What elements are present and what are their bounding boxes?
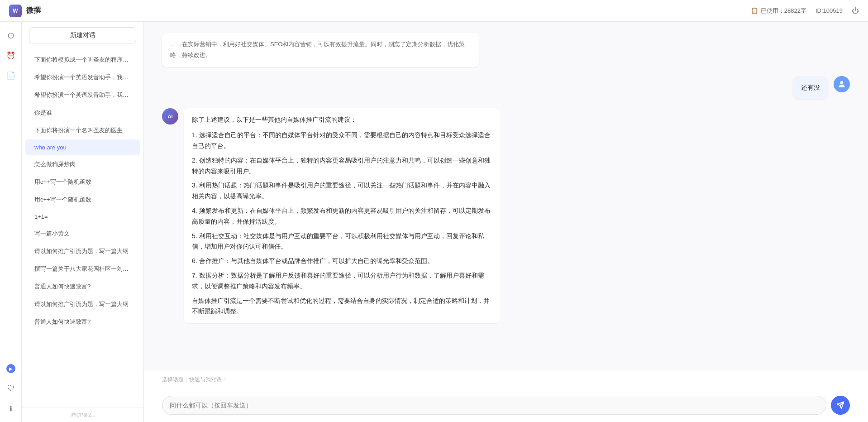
- nav-doc[interactable]: 📄: [3, 67, 19, 83]
- app-header: W 微撰 📋 已使用：28822字 ID:100519 ⏻: [0, 0, 868, 22]
- usage-text: 已使用：28822字: [761, 7, 806, 15]
- user-message-bubble: 还有没: [793, 76, 828, 100]
- sidebar-item[interactable]: 1+1=: [25, 209, 140, 225]
- chat-messages: ……在实际营销中，利用好社交媒体、SEO和内容营销，可以有效提升流量。同时，别忘…: [144, 22, 868, 370]
- id-label: ID:100519: [816, 7, 843, 14]
- ai-message-p3: 3. 利用热门话题：热门话题和事件是吸引用户的重要途径，可以关注一些热门话题和事…: [192, 180, 492, 202]
- nav-home[interactable]: ⬡: [3, 27, 19, 43]
- ai-message-p5: 5. 利用社交互动：社交媒体是与用户互动的重要平台，可以积极利用社交媒体与用户互…: [192, 231, 492, 253]
- svg-point-0: [840, 81, 844, 84]
- main-layout: ⬡ ⏰ 📄 ▶ 🛡 ℹ 新建对话 下面你将模拟成一个叫圣友的程序员，我说...希…: [0, 22, 868, 422]
- usage-icon: 📋: [751, 7, 758, 14]
- message-row: ……在实际营销中，利用好社交媒体、SEO和内容营销，可以有效提升流量。同时，别忘…: [162, 33, 850, 67]
- message-text: ……在实际营销中，利用好社交媒体、SEO和内容营销，可以有效提升流量。同时，别忘…: [170, 41, 465, 58]
- sidebar-item[interactable]: 下面你将模拟成一个叫圣友的程序员，我说...: [25, 51, 140, 68]
- quick-prompts-area: 选择话题，快速与我对话：: [144, 370, 868, 391]
- ai-avatar: AI: [162, 108, 178, 125]
- sidebar-item[interactable]: 请以如何推广引流为题，写一篇大纲: [25, 296, 140, 313]
- sidebar-item[interactable]: 撰写一篇关于八大家花园社区一刘钟便民生...: [25, 260, 140, 278]
- sidebar-item[interactable]: 下面你将扮演一个名叫圣友的医生: [25, 122, 140, 139]
- ai-message-p4: 4. 频繁发布和更新：在自媒体平台上，频繁发布和更新的内容更容易吸引用户的关注和…: [192, 206, 492, 227]
- sidebar-footer: 沪ICP备2...: [22, 408, 143, 422]
- ai-message-conclusion: 自媒体推广引流是一个需要不断尝试和优化的过程，需要结合自身的实际情况，制定合适的…: [192, 296, 492, 317]
- input-area: [144, 391, 868, 422]
- ai-message-p2: 2. 创造独特的内容：在自媒体平台上，独特的内容更容易吸引用户的注意力和共鸣，可…: [192, 155, 492, 177]
- user-message-text: 还有没: [801, 84, 820, 91]
- ai-message-intro: 除了上述建议，以下是一些其他的自媒体推广引流的建议：: [192, 115, 492, 125]
- ai-message-bubble: 除了上述建议，以下是一些其他的自媒体推广引流的建议： 1. 选择适合自己的平台：…: [184, 108, 501, 323]
- ai-message-p7: 7. 数据分析：数据分析是了解用户反馈和喜好的重要途径，可以分析用户行为和数据，…: [192, 270, 492, 292]
- sidebar-item[interactable]: 普通人如何快速致富?: [25, 278, 140, 295]
- user-avatar: [834, 76, 850, 92]
- usage-info: 📋 已使用：28822字: [751, 7, 806, 15]
- nav-clock[interactable]: ⏰: [3, 47, 19, 63]
- new-chat-button[interactable]: 新建对话: [29, 27, 136, 43]
- quick-prompts-label: 选择话题，快速与我对话：: [162, 376, 850, 384]
- sidebar: 新建对话 下面你将模拟成一个叫圣友的程序员，我说...希望你扮演一个英语发音助手…: [22, 22, 144, 422]
- chat-area: ……在实际营销中，利用好社交媒体、SEO和内容营销，可以有效提升流量。同时，别忘…: [144, 22, 868, 422]
- sidebar-item[interactable]: 写一篇小黄文: [25, 225, 140, 242]
- power-button[interactable]: ⏻: [852, 7, 859, 15]
- sidebar-item[interactable]: 你是谁: [25, 104, 140, 121]
- chat-input[interactable]: [162, 396, 826, 415]
- sidebar-list: 下面你将模拟成一个叫圣友的程序员，我说...希望你扮演一个英语发音助手，我提供给…: [22, 49, 143, 408]
- send-button[interactable]: [831, 396, 850, 415]
- ai-message-row: AI 除了上述建议，以下是一些其他的自媒体推广引流的建议： 1. 选择适合自己的…: [162, 108, 850, 323]
- sidebar-item[interactable]: 用c++写一个随机函数: [25, 173, 140, 191]
- sidebar-item[interactable]: 希望你扮演一个英语发音助手，我提供给你...: [25, 69, 140, 86]
- ai-message-p1: 1. 选择适合自己的平台：不同的自媒体平台针对的受众不同，需要根据自己的内容特点…: [192, 130, 492, 152]
- sidebar-item[interactable]: who are you: [25, 139, 140, 155]
- sidebar-item[interactable]: 希望你扮演一个英语发音助手，我提供给你...: [25, 86, 140, 104]
- sidebar-item[interactable]: 用c++写一个随机函数: [25, 191, 140, 208]
- app-logo: W: [9, 5, 22, 17]
- sidebar-item[interactable]: 请以如何推广引流为题，写一篇大纲: [25, 243, 140, 260]
- sidebar-item[interactable]: 普通人如何快速致富?: [25, 313, 140, 331]
- message-bubble-system: ……在实际营销中，利用好社交媒体、SEO和内容营销，可以有效提升流量。同时，别忘…: [162, 33, 479, 67]
- ai-message-p6: 6. 合作推广：与其他自媒体平台或品牌合作推广，可以扩大自己的曝光率和受众范围。: [192, 256, 492, 267]
- header-right: 📋 已使用：28822字 ID:100519 ⏻: [751, 7, 859, 15]
- app-title: 微撰: [26, 6, 41, 15]
- icon-nav: ⬡ ⏰ 📄 ▶ 🛡 ℹ: [0, 22, 22, 422]
- nav-shield[interactable]: 🛡: [3, 380, 19, 397]
- nav-info[interactable]: ℹ: [3, 400, 19, 417]
- user-message-row: 还有没: [162, 76, 850, 100]
- sidebar-item[interactable]: 怎么做狗屎炒肉: [25, 156, 140, 173]
- nav-toggle-arrow[interactable]: ▶: [6, 364, 15, 373]
